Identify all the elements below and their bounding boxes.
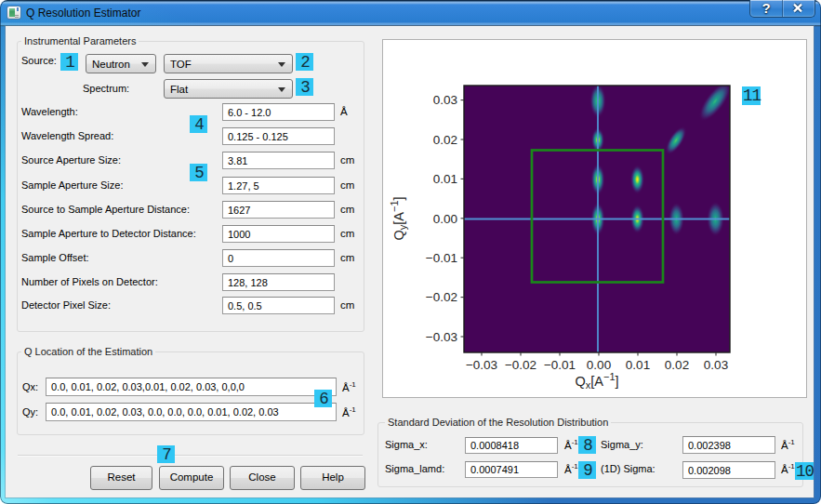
svg-text:0.02: 0.02 — [433, 133, 457, 147]
svg-text:Qy[A−1]: Qy[A−1] — [389, 196, 408, 240]
svg-text:0.01: 0.01 — [626, 358, 650, 372]
svg-text:−0.02: −0.02 — [426, 290, 457, 304]
svg-text:−0.01: −0.01 — [544, 358, 576, 372]
svg-text:0.02: 0.02 — [665, 358, 689, 372]
svg-text:0.03: 0.03 — [704, 358, 728, 372]
svg-text:0.01: 0.01 — [433, 172, 457, 186]
svg-text:0.00: 0.00 — [433, 212, 457, 226]
svg-text:−0.03: −0.03 — [466, 358, 497, 372]
svg-text:−0.02: −0.02 — [505, 358, 536, 372]
svg-text:Qx[A−1]: Qx[A−1] — [575, 371, 618, 391]
svg-text:−0.01: −0.01 — [426, 251, 457, 265]
svg-text:−0.03: −0.03 — [426, 330, 457, 344]
svg-text:0.00: 0.00 — [587, 358, 611, 372]
svg-text:0.03: 0.03 — [433, 93, 457, 107]
